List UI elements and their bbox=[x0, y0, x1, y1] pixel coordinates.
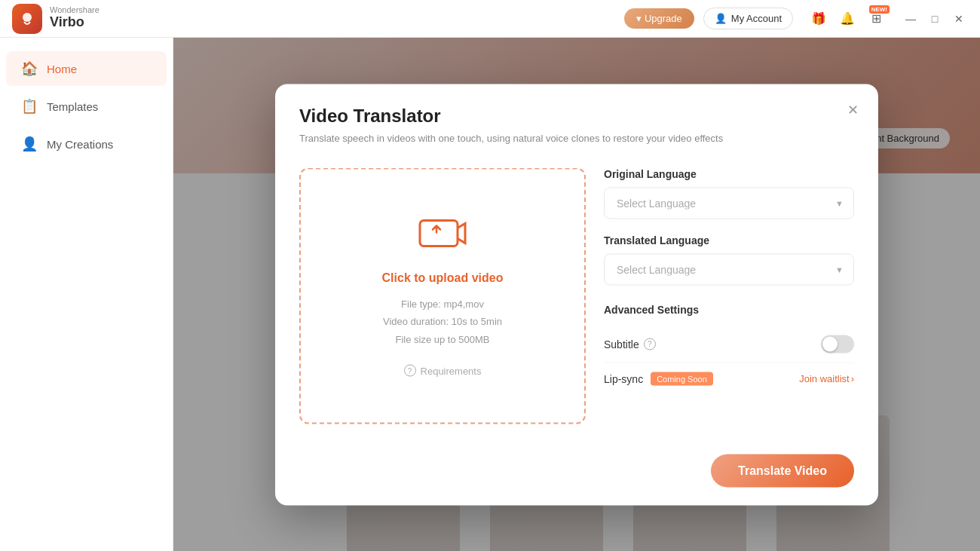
main-layout: 🏠 Home 📋 Templates 👤 My Creations bbox=[0, 38, 980, 551]
bell-icon[interactable]: 🔔 bbox=[837, 8, 858, 29]
translated-language-select[interactable]: Select Language bbox=[604, 253, 854, 285]
modal-subtitle: Translate speech in videos with one touc… bbox=[299, 132, 854, 143]
upgrade-icon: ▾ bbox=[636, 13, 642, 24]
modal-title: Video Translator bbox=[299, 105, 854, 126]
translated-language-section: Translated Language Select Language bbox=[604, 234, 854, 285]
my-creations-icon: 👤 bbox=[21, 136, 38, 152]
title-bar-icons: 🎁 🔔 ⊞ NEW! bbox=[808, 8, 887, 29]
original-language-select[interactable]: Select Language bbox=[604, 187, 854, 219]
templates-icon: 📋 bbox=[21, 98, 38, 115]
sidebar-item-my-creations[interactable]: 👤 My Creations bbox=[6, 127, 167, 161]
app-window: Wondershare Virbo ▾ Upgrade 👤 My Account… bbox=[0, 0, 980, 551]
sidebar-item-label-my-creations: My Creations bbox=[47, 138, 113, 151]
modal-footer: Translate Video bbox=[275, 442, 878, 505]
original-language-section: Original Language Select Language bbox=[604, 167, 854, 219]
svg-point-0 bbox=[23, 13, 32, 22]
sidebar-item-label-home: Home bbox=[47, 63, 77, 75]
sidebar-item-label-templates: Templates bbox=[47, 100, 98, 113]
app-logo-icon bbox=[12, 4, 42, 34]
upload-info: File type: mp4,mov Video duration: 10s t… bbox=[383, 295, 502, 347]
upload-area[interactable]: Click to upload video File type: mp4,mov… bbox=[299, 167, 586, 424]
logo-text: Wondershare Virbo bbox=[50, 6, 100, 31]
original-language-label: Original Language bbox=[604, 167, 854, 179]
requirements-icon: ? bbox=[404, 365, 416, 377]
my-account-button[interactable]: 👤 My Account bbox=[703, 8, 793, 29]
upload-click-label: Click to upload video bbox=[382, 271, 504, 284]
logo-brand: Wondershare bbox=[50, 6, 100, 14]
window-controls: — □ ✕ bbox=[902, 10, 968, 28]
file-type-info: File type: mp4,mov bbox=[383, 295, 502, 312]
coming-soon-badge: Coming Soon bbox=[651, 372, 713, 385]
title-bar: Wondershare Virbo ▾ Upgrade 👤 My Account… bbox=[0, 0, 980, 38]
modal-header: Video Translator Translate speech in vid… bbox=[275, 84, 878, 155]
modal-body: Click to upload video File type: mp4,mov… bbox=[275, 155, 878, 442]
original-language-dropdown-wrapper: Select Language bbox=[604, 187, 854, 219]
upload-video-icon bbox=[418, 214, 467, 260]
subtitle-label-group: Subtitle ? bbox=[604, 338, 656, 350]
subtitle-row: Subtitle ? bbox=[604, 326, 854, 363]
lip-sync-row: Lip-sync Coming Soon Join waitlist › bbox=[604, 363, 854, 394]
upgrade-button[interactable]: ▾ Upgrade bbox=[624, 8, 694, 29]
join-waitlist-link[interactable]: Join waitlist › bbox=[799, 373, 854, 384]
modal-close-button[interactable]: ✕ bbox=[842, 99, 863, 120]
sidebar-item-templates[interactable]: 📋 Templates bbox=[6, 89, 167, 124]
minimize-button[interactable]: — bbox=[902, 10, 920, 28]
gift-icon[interactable]: 🎁 bbox=[808, 8, 829, 29]
advanced-settings-label: Advanced Settings bbox=[604, 303, 854, 315]
logo-area: Wondershare Virbo bbox=[12, 4, 100, 34]
close-window-button[interactable]: ✕ bbox=[950, 10, 968, 28]
content-area: 🧑 ransparent Background Video Translator… bbox=[173, 38, 980, 551]
translated-language-label: Translated Language bbox=[604, 234, 854, 246]
sidebar-item-home[interactable]: 🏠 Home bbox=[6, 51, 167, 86]
account-icon: 👤 bbox=[715, 13, 727, 24]
file-size-info: File size up to 500MB bbox=[383, 330, 502, 347]
subtitle-info-icon[interactable]: ? bbox=[644, 338, 656, 350]
subtitle-toggle[interactable] bbox=[821, 335, 854, 353]
lip-sync-label: Lip-sync bbox=[604, 372, 643, 384]
apps-grid-icon[interactable]: ⊞ NEW! bbox=[865, 8, 887, 29]
translated-language-dropdown-wrapper: Select Language bbox=[604, 253, 854, 285]
home-icon: 🏠 bbox=[21, 60, 38, 77]
chevron-right-icon: › bbox=[851, 373, 854, 384]
sidebar: 🏠 Home 📋 Templates 👤 My Creations bbox=[0, 38, 173, 551]
svg-rect-1 bbox=[420, 220, 458, 246]
duration-info: Video duration: 10s to 5min bbox=[383, 313, 502, 330]
requirements-link[interactable]: ? Requirements bbox=[404, 365, 482, 377]
logo-product: Virbo bbox=[50, 14, 100, 31]
video-translator-modal: Video Translator Translate speech in vid… bbox=[275, 84, 878, 505]
new-badge: NEW! bbox=[869, 5, 890, 14]
settings-panel: Original Language Select Language Transl… bbox=[604, 167, 854, 424]
title-bar-actions: ▾ Upgrade 👤 My Account 🎁 🔔 ⊞ NEW! bbox=[624, 8, 968, 29]
advanced-settings-section: Advanced Settings Subtitle ? bbox=[604, 303, 854, 394]
maximize-button[interactable]: □ bbox=[926, 10, 944, 28]
subtitle-label: Subtitle bbox=[604, 338, 639, 350]
translate-video-button[interactable]: Translate Video bbox=[711, 454, 854, 487]
